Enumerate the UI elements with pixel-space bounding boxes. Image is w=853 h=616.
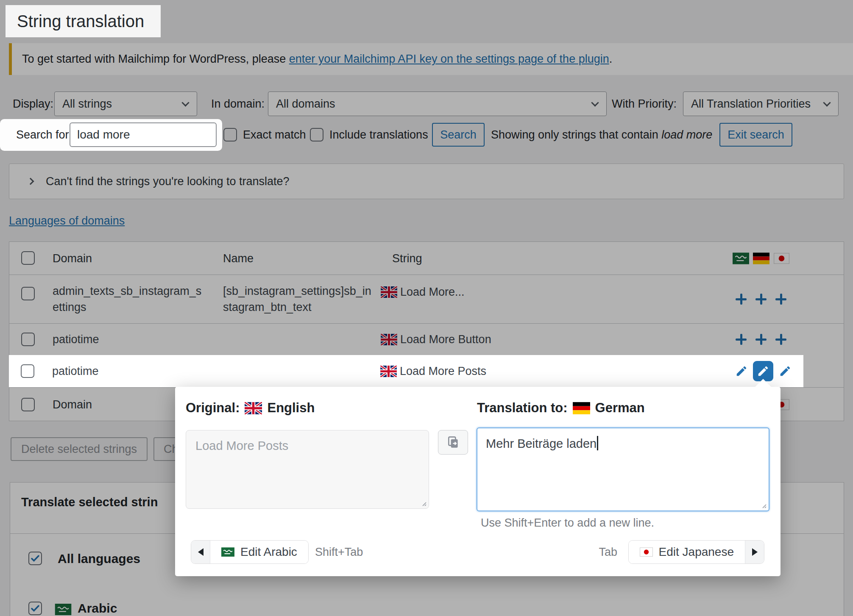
- translation-label: Translation to:: [477, 400, 568, 416]
- translation-value: Mehr Beiträge laden: [486, 437, 597, 450]
- edit-japanese-label: Edit Japanese: [659, 545, 734, 559]
- resize-handle-icon[interactable]: [420, 499, 426, 506]
- original-label: Original:: [186, 400, 240, 416]
- search-for-box: Search for:: [0, 119, 222, 151]
- original-language: English: [267, 400, 315, 416]
- flag-arabic-icon: [221, 547, 234, 557]
- text-cursor: [597, 436, 598, 450]
- search-input[interactable]: [70, 122, 217, 147]
- copy-icon: [446, 436, 460, 449]
- search-for-label: Search for:: [16, 122, 72, 147]
- arrow-right-icon: [752, 548, 758, 556]
- arrow-left-icon: [198, 548, 203, 556]
- copy-original-button[interactable]: [438, 430, 468, 455]
- original-textarea[interactable]: Load More Posts: [186, 430, 429, 509]
- flag-uk-icon: [245, 402, 262, 414]
- translation-language: German: [595, 400, 645, 416]
- translation-heading: Translation to: German: [477, 400, 645, 416]
- edit-arabic-label: Edit Arabic: [240, 545, 297, 559]
- next-shortcut-label: Tab: [599, 540, 617, 564]
- resize-handle-icon[interactable]: [760, 502, 767, 508]
- translation-editor-popup: Original: English Translation to: German…: [175, 387, 781, 576]
- translation-textarea[interactable]: Mehr Beiträge laden: [477, 427, 769, 511]
- edit-japanese-button[interactable]: Edit Japanese: [628, 540, 764, 564]
- shift-enter-hint: Use Shift+Enter to add a new line.: [481, 516, 654, 530]
- string-translation-page: To get started with Mailchimp for WordPr…: [0, 0, 853, 616]
- edit-german-translation-icon-active[interactable]: [753, 361, 773, 381]
- edit-arabic-button[interactable]: Edit Arabic: [191, 540, 309, 564]
- edit-japanese-translation-icon[interactable]: [779, 365, 792, 377]
- row-checkbox[interactable]: [21, 364, 34, 378]
- arrow-left-segment[interactable]: [191, 541, 210, 563]
- row-domain: patiotime: [52, 355, 99, 387]
- page-title-box: String translation: [6, 5, 161, 37]
- flag-japanese-icon: [640, 547, 653, 557]
- row-string: Load More Posts: [400, 355, 486, 387]
- flag-uk-icon: [380, 366, 397, 377]
- selected-table-row: patiotime Load More Posts: [9, 355, 803, 387]
- flag-german-icon: [573, 402, 590, 414]
- prev-shortcut-label: Shift+Tab: [315, 540, 363, 564]
- page-title: String translation: [6, 5, 161, 37]
- arrow-right-segment[interactable]: [745, 541, 764, 563]
- original-heading: Original: English: [186, 400, 315, 416]
- edit-arabic-translation-icon[interactable]: [735, 365, 748, 377]
- original-placeholder: Load More Posts: [195, 439, 288, 452]
